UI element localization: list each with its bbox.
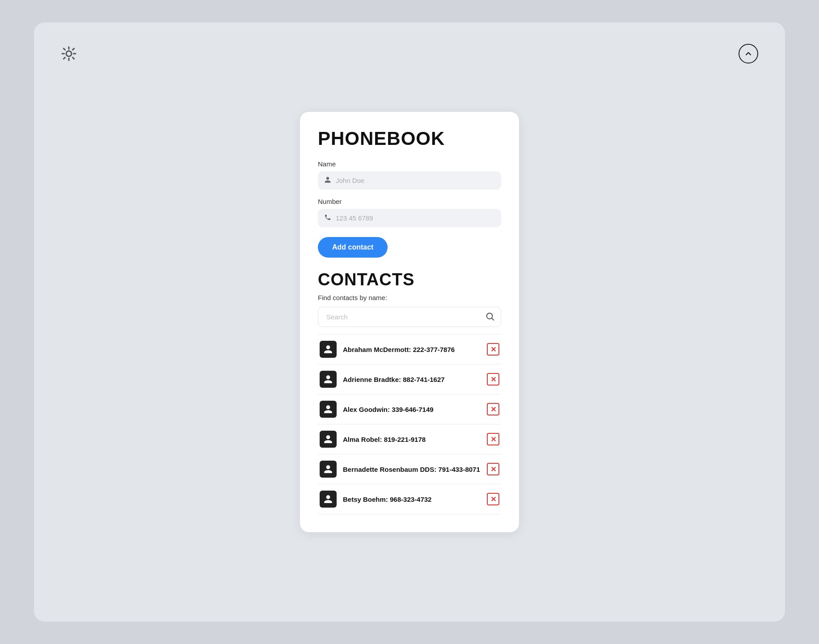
contact-name: Bernadette Rosenbaum DDS: 791-433-8071	[343, 465, 481, 474]
number-input[interactable]	[318, 209, 501, 227]
delete-icon: ✕	[487, 403, 499, 415]
contact-name: Adrienne Bradtke: 882-741-1627	[343, 375, 481, 384]
outer-container: PHONEBOOK Name Number	[34, 22, 785, 622]
search-wrapper	[318, 307, 501, 327]
number-label: Number	[318, 198, 501, 205]
svg-line-8	[72, 48, 74, 50]
phonebook-title: PHONEBOOK	[318, 128, 501, 149]
delete-contact-button[interactable]: ✕	[487, 343, 499, 356]
search-icon	[485, 311, 495, 321]
list-item: Adrienne Bradtke: 882-741-1627✕	[318, 364, 501, 394]
delete-icon: ✕	[487, 433, 499, 445]
add-contact-button[interactable]: Add contact	[318, 237, 388, 258]
contact-avatar	[320, 461, 337, 478]
contacts-list: Abraham McDermott: 222-377-7876✕Adrienne…	[318, 334, 501, 514]
scroll-up-button[interactable]	[739, 44, 758, 64]
delete-icon: ✕	[487, 373, 499, 386]
delete-contact-button[interactable]: ✕	[487, 403, 499, 415]
contact-avatar	[320, 431, 337, 448]
chevron-up-icon	[744, 49, 753, 58]
find-contacts-label: Find contacts by name:	[318, 294, 501, 301]
scroll-up-wrapper	[739, 44, 758, 64]
name-input-wrapper	[318, 171, 501, 190]
delete-icon: ✕	[487, 493, 499, 505]
search-input[interactable]	[318, 307, 501, 327]
delete-contact-button[interactable]: ✕	[487, 433, 499, 445]
contacts-title: CONTACTS	[318, 270, 501, 289]
name-input[interactable]	[318, 171, 501, 190]
delete-contact-button[interactable]: ✕	[487, 493, 499, 505]
contact-name: Alex Goodwin: 339-646-7149	[343, 405, 481, 414]
svg-point-0	[66, 51, 72, 56]
svg-line-7	[63, 57, 65, 59]
contact-name: Betsy Boehm: 968-323-4732	[343, 495, 481, 504]
list-item: Bernadette Rosenbaum DDS: 791-433-8071✕	[318, 454, 501, 484]
contact-name: Alma Robel: 819-221-9178	[343, 435, 481, 444]
search-button[interactable]	[485, 311, 495, 322]
phone-icon	[324, 214, 331, 223]
delete-contact-button[interactable]: ✕	[487, 463, 499, 475]
sun-icon-wrapper	[61, 46, 77, 64]
number-field-group: Number	[318, 198, 501, 227]
name-field-group: Name	[318, 160, 501, 190]
list-item: Betsy Boehm: 968-323-4732✕	[318, 484, 501, 514]
contact-avatar	[320, 371, 337, 388]
name-label: Name	[318, 160, 501, 168]
list-item: Abraham McDermott: 222-377-7876✕	[318, 335, 501, 364]
list-item: Alma Robel: 819-221-9178✕	[318, 424, 501, 454]
contact-avatar	[320, 491, 337, 508]
main-card: PHONEBOOK Name Number	[300, 112, 519, 532]
contact-avatar	[320, 341, 337, 358]
delete-icon: ✕	[487, 463, 499, 475]
list-item: Alex Goodwin: 339-646-7149✕	[318, 394, 501, 424]
contact-name: Abraham McDermott: 222-377-7876	[343, 345, 481, 354]
svg-line-3	[63, 48, 65, 50]
number-input-wrapper	[318, 209, 501, 227]
delete-contact-button[interactable]: ✕	[487, 373, 499, 386]
svg-line-10	[492, 318, 494, 320]
svg-line-4	[72, 57, 74, 59]
contact-avatar	[320, 401, 337, 418]
sun-icon	[61, 46, 77, 62]
person-icon	[324, 176, 331, 185]
delete-icon: ✕	[487, 343, 499, 356]
